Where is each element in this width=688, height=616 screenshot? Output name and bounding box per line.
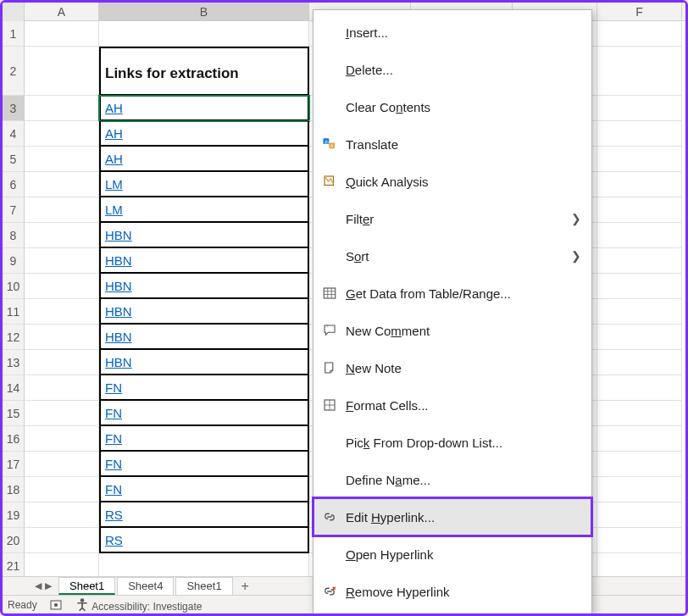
row-header[interactable]: 6	[3, 172, 25, 197]
cell[interactable]	[25, 401, 99, 426]
row-header[interactable]: 21	[3, 553, 25, 579]
chevron-left-icon[interactable]: ◀	[35, 580, 42, 591]
cell[interactable]	[99, 553, 309, 579]
cell[interactable]: RS	[99, 528, 309, 553]
select-all-corner[interactable]	[3, 3, 25, 21]
cell[interactable]: LM	[99, 172, 309, 197]
cell[interactable]	[25, 528, 99, 553]
cell[interactable]	[597, 248, 682, 274]
menu-delete[interactable]: Delete...	[313, 51, 591, 88]
cell[interactable]: HBN	[99, 350, 309, 375]
row-header[interactable]: 8	[3, 223, 25, 248]
cell[interactable]	[99, 21, 309, 47]
cell[interactable]	[597, 197, 682, 223]
row-header[interactable]: 10	[3, 274, 25, 299]
cell[interactable]	[597, 553, 682, 579]
menu-pick-list[interactable]: Pick From Drop-down List...	[313, 424, 591, 461]
tab-nav[interactable]: ◀ ▶	[28, 577, 58, 595]
menu-translate[interactable]: あA Translate	[313, 125, 591, 163]
row-header[interactable]: 19	[3, 502, 25, 528]
hyperlink[interactable]: FN	[105, 457, 122, 471]
cell[interactable]: FN	[99, 426, 309, 452]
cell[interactable]: LM	[99, 197, 309, 223]
col-header-b[interactable]: B	[99, 3, 309, 20]
row-header[interactable]: 13	[3, 350, 25, 375]
menu-quick-analysis[interactable]: Quick Analysis	[313, 163, 591, 200]
hyperlink[interactable]: RS	[105, 508, 123, 522]
cell[interactable]	[25, 452, 99, 477]
cell[interactable]	[597, 325, 682, 350]
hyperlink[interactable]: HBN	[105, 228, 132, 242]
cell[interactable]: AH	[99, 96, 309, 121]
hyperlink[interactable]: FN	[105, 406, 122, 420]
cell[interactable]: Links for extraction	[99, 47, 309, 96]
cell[interactable]: RS	[99, 502, 309, 528]
hyperlink[interactable]: AH	[105, 152, 123, 166]
menu-format-cells[interactable]: Format Cells...	[313, 386, 591, 424]
accessibility-status[interactable]: Accessibility: Investigate	[75, 597, 203, 613]
row-header[interactable]: 4	[3, 121, 25, 147]
cell[interactable]	[597, 21, 682, 47]
row-header[interactable]: 3	[3, 96, 25, 121]
cell[interactable]: HBN	[99, 325, 309, 350]
macro-record-icon[interactable]	[49, 598, 63, 612]
cell[interactable]	[25, 197, 99, 223]
cell[interactable]	[597, 47, 682, 96]
cell[interactable]: HBN	[99, 248, 309, 274]
cell[interactable]	[25, 172, 99, 197]
row-header[interactable]: 11	[3, 299, 25, 325]
menu-filter[interactable]: Filter ❯	[313, 200, 591, 237]
cell[interactable]	[597, 147, 682, 172]
row-header[interactable]: 7	[3, 197, 25, 223]
cell[interactable]	[25, 426, 99, 452]
row-header[interactable]: 5	[3, 147, 25, 172]
cell[interactable]	[597, 223, 682, 248]
row-header[interactable]: 1	[3, 21, 25, 47]
cell[interactable]	[597, 502, 682, 528]
cell[interactable]	[25, 502, 99, 528]
cell[interactable]	[25, 223, 99, 248]
sheet-tab[interactable]: Sheet1	[175, 577, 232, 595]
cell[interactable]: HBN	[99, 223, 309, 248]
hyperlink[interactable]: HBN	[105, 253, 132, 268]
cell[interactable]	[597, 121, 682, 147]
add-sheet-button[interactable]: +	[235, 577, 256, 595]
cell[interactable]	[25, 274, 99, 299]
hyperlink[interactable]: FN	[105, 431, 122, 446]
hyperlink[interactable]: LM	[105, 177, 123, 191]
row-header[interactable]: 14	[3, 375, 25, 401]
cell[interactable]	[25, 47, 99, 96]
cell[interactable]: HBN	[99, 274, 309, 299]
row-header[interactable]: 12	[3, 325, 25, 350]
cell[interactable]	[25, 325, 99, 350]
row-header[interactable]: 9	[3, 248, 25, 274]
menu-new-note[interactable]: + New Note	[313, 349, 591, 386]
chevron-right-icon[interactable]: ▶	[45, 580, 52, 591]
menu-open-hyperlink[interactable]: Open Hyperlink	[313, 536, 591, 573]
cell[interactable]	[25, 350, 99, 375]
cell[interactable]: FN	[99, 375, 309, 401]
cell[interactable]	[597, 96, 682, 121]
hyperlink[interactable]: AH	[105, 101, 123, 115]
cell[interactable]	[25, 21, 99, 47]
row-header[interactable]: 20	[3, 528, 25, 553]
menu-get-data[interactable]: Get Data from Table/Range...	[313, 275, 591, 312]
cell[interactable]	[597, 477, 682, 502]
cell[interactable]	[597, 350, 682, 375]
menu-remove-hyperlink[interactable]: Remove Hyperlink	[313, 573, 591, 610]
col-header-f[interactable]: F	[597, 3, 682, 20]
cell[interactable]	[597, 452, 682, 477]
cell[interactable]	[25, 375, 99, 401]
cell[interactable]	[597, 528, 682, 553]
cell[interactable]	[25, 248, 99, 274]
cell[interactable]: FN	[99, 401, 309, 426]
cell[interactable]: FN	[99, 452, 309, 477]
menu-new-comment[interactable]: + New Comment	[313, 312, 591, 349]
cell[interactable]	[597, 274, 682, 299]
hyperlink[interactable]: HBN	[105, 304, 132, 319]
hyperlink[interactable]: FN	[105, 380, 122, 395]
cell[interactable]: AH	[99, 147, 309, 172]
hyperlink[interactable]: HBN	[105, 355, 132, 369]
cell[interactable]	[25, 121, 99, 147]
row-header[interactable]: 16	[3, 426, 25, 452]
